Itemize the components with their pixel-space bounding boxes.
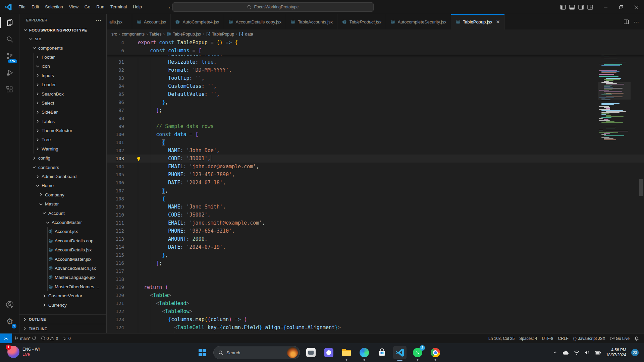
language-indicator[interactable]: ENG - WI bbox=[22, 347, 40, 352]
code-line-105[interactable]: 105 PHONE: '123-456-7890', bbox=[107, 171, 644, 179]
tree-item-loader[interactable]: Loader bbox=[19, 80, 106, 89]
remote-indicator[interactable]: >< bbox=[0, 334, 12, 344]
tray-chevron-up-icon[interactable] bbox=[553, 350, 557, 355]
breadcrumb-item-tablepopup[interactable]: TablePopup bbox=[206, 32, 234, 37]
tab-autocomplete4-jsx[interactable]: AutoComplete4.jsx bbox=[171, 14, 224, 29]
status-language-mode[interactable]: { }JavaScript JSX bbox=[571, 334, 608, 343]
notifications-bell-icon[interactable] bbox=[632, 334, 641, 343]
tab-close-icon[interactable]: ✕ bbox=[496, 19, 500, 24]
google-chrome-icon[interactable] bbox=[429, 346, 442, 359]
code-line-102[interactable]: 102 NAME: 'John Doe', bbox=[107, 146, 644, 155]
taskbar-account-avatar[interactable]: 1 bbox=[7, 346, 19, 358]
search-highlight-thumbnail[interactable] bbox=[287, 347, 298, 358]
code-line-111[interactable]: 111 EMAIL: 'jane.smith@example.com', bbox=[107, 219, 644, 227]
code-line-118[interactable]: 118 bbox=[107, 275, 644, 283]
breadcrumb-item-tables[interactable]: Tables bbox=[149, 32, 161, 37]
tree-item-accountdetails-jsx[interactable]: AccountDetails.jsx bbox=[19, 245, 106, 254]
tab-ails-jsx[interactable]: ails.jsx bbox=[107, 14, 132, 29]
tree-item-masterothernames-[interactable]: MasterOtherNames.... bbox=[19, 282, 106, 291]
code-line-6[interactable]: 6 const columns = [ bbox=[107, 47, 644, 55]
code-line-113[interactable]: 113 AMOUNT: 2000, bbox=[107, 235, 644, 243]
tree-item-accountmaster-jsx[interactable]: AccountMaster.jsx bbox=[19, 254, 106, 263]
code-line-104[interactable]: 104 EMAIL: 'john.doe@example.com', bbox=[107, 163, 644, 171]
tab-tableproduct-jsx[interactable]: TableProduct.jsx bbox=[337, 14, 386, 29]
menu-go[interactable]: Go bbox=[82, 0, 93, 14]
taskbar-search-box[interactable]: Search bbox=[213, 346, 300, 359]
code-line-97[interactable]: 97 ]; bbox=[107, 106, 644, 114]
code-line-93[interactable]: 93 ToolTip: '', bbox=[107, 74, 644, 82]
tree-item-masterlanguage-jsx[interactable]: MasterLanguage.jsx bbox=[19, 273, 106, 282]
menu-run[interactable]: Run bbox=[93, 0, 107, 14]
vscode-icon[interactable] bbox=[393, 346, 407, 359]
tree-item-admindashboard[interactable]: AdminDashboard bbox=[19, 172, 106, 181]
tree-item-warning[interactable]: Warning bbox=[19, 144, 106, 154]
tree-item-advancedsearch-jsx[interactable]: AdvancedSearch.jsx bbox=[19, 264, 106, 273]
minimize-button[interactable] bbox=[598, 0, 613, 14]
app-teams-icon[interactable] bbox=[322, 346, 335, 359]
tab-autocompletesecurity-jsx[interactable]: AutocompleteSecurity.jsx bbox=[386, 14, 451, 29]
tree-item-account[interactable]: Account bbox=[19, 208, 106, 218]
tree-item-company[interactable]: Company bbox=[19, 190, 106, 199]
tree-item-inputs[interactable]: Inputs bbox=[19, 71, 106, 80]
status-indentation[interactable]: Spaces: 4 bbox=[517, 334, 539, 343]
code-line-4[interactable]: 4export const TablePopup = () => { bbox=[107, 39, 644, 47]
panel-timeline[interactable]: TIMELINE bbox=[19, 324, 106, 333]
tree-item-accountdetails-cop-[interactable]: AccountDetails cop... bbox=[19, 236, 106, 245]
activitybar-source-control-icon[interactable]: 10K bbox=[0, 48, 19, 64]
breadcrumb-item-components[interactable]: components bbox=[122, 32, 145, 37]
code-line-115[interactable]: 115 }, bbox=[107, 251, 644, 259]
split-editor-icon[interactable] bbox=[624, 19, 629, 24]
code-line-114[interactable]: 114 DATE: '2024-07-19', bbox=[107, 243, 644, 251]
editor-more-actions-icon[interactable]: ⋯ bbox=[634, 19, 639, 25]
tree-item-select[interactable]: Select bbox=[19, 99, 106, 108]
notification-count-badge[interactable]: 23 bbox=[631, 349, 639, 356]
code-line-122[interactable]: 122 <TableRow> bbox=[107, 307, 644, 315]
tree-item-config[interactable]: config bbox=[19, 154, 106, 163]
tree-item-tables[interactable]: Tables bbox=[19, 117, 106, 126]
tree-item-icon[interactable]: icon bbox=[19, 62, 106, 71]
tree-item-src[interactable]: src bbox=[19, 34, 106, 43]
code-line-98[interactable]: 98 bbox=[107, 114, 644, 122]
tree-item-tree[interactable]: Tree bbox=[19, 135, 106, 144]
wifi-icon[interactable] bbox=[574, 350, 580, 355]
code-line-109[interactable]: 109 NAME: 'Jane Smith', bbox=[107, 203, 644, 211]
menu-terminal[interactable]: Terminal bbox=[107, 0, 130, 14]
breadcrumb-item-src[interactable]: src bbox=[111, 32, 117, 37]
activitybar-run-debug-icon[interactable] bbox=[0, 64, 19, 81]
code-line-92[interactable]: 92 Format: 'DD-MM-YYYY', bbox=[107, 66, 644, 74]
code-line-103[interactable]: 103 CODE: 'JD001', bbox=[107, 155, 644, 163]
command-center-search[interactable]: FocusWorkingPrototype bbox=[172, 2, 374, 12]
tree-item-themeselector[interactable]: ThemeSelector bbox=[19, 126, 106, 135]
tab-account-jsx[interactable]: Account.jsx bbox=[132, 14, 171, 29]
customize-layout-icon[interactable] bbox=[587, 4, 593, 10]
code-line-110[interactable]: 110 CODE: 'JS002', bbox=[107, 211, 644, 219]
code-line-[interactable]: Filterable: false, bbox=[107, 55, 644, 58]
whatsapp-icon[interactable]: 2 bbox=[411, 346, 424, 359]
explorer-actions-icon[interactable]: ··· bbox=[96, 17, 102, 23]
editor-scrollbar[interactable] bbox=[639, 179, 643, 196]
code-line-116[interactable]: 116 ]; bbox=[107, 259, 644, 267]
toggle-sidebar-icon[interactable] bbox=[560, 4, 566, 10]
status-cursor-position[interactable]: Ln 103, Col 25 bbox=[486, 334, 517, 343]
microsoft-edge-icon[interactable] bbox=[358, 346, 371, 359]
tree-item-master[interactable]: Master bbox=[19, 199, 106, 208]
lightbulb-icon[interactable] bbox=[136, 156, 141, 164]
code-line-119[interactable]: 119 return ( bbox=[107, 283, 644, 291]
activitybar-extensions-icon[interactable] bbox=[0, 81, 19, 98]
status-go-live[interactable]: Go Live bbox=[608, 334, 632, 343]
code-line-94[interactable]: 94 CustomClass: '', bbox=[107, 82, 644, 90]
code-line-99[interactable]: 99 // Sample data rows bbox=[107, 122, 644, 130]
code-line-124[interactable]: 124 <TableCell key={column.Field} align=… bbox=[107, 323, 644, 331]
menu-file[interactable]: File bbox=[15, 0, 29, 14]
toggle-panel-icon[interactable] bbox=[569, 4, 575, 10]
code-line-106[interactable]: 106 DATE: '2024-07-18', bbox=[107, 179, 644, 187]
tab-accountdetails-copy-jsx[interactable]: AccountDetails copy.jsx bbox=[224, 14, 286, 29]
tree-item-accountmaster[interactable]: AccountMaster bbox=[19, 218, 106, 227]
tree-item-footer[interactable]: Footer bbox=[19, 53, 106, 62]
code-line-101[interactable]: 101 { bbox=[107, 138, 644, 146]
code-editor[interactable]: 4export const TablePopup = () => {6 cons… bbox=[107, 39, 644, 333]
tree-item-home[interactable]: Home bbox=[19, 181, 106, 190]
menu-help[interactable]: Help bbox=[130, 0, 145, 14]
code-line-123[interactable]: 123 {columns.map((column) => ( bbox=[107, 315, 644, 323]
tree-item-containers[interactable]: containers bbox=[19, 163, 106, 172]
